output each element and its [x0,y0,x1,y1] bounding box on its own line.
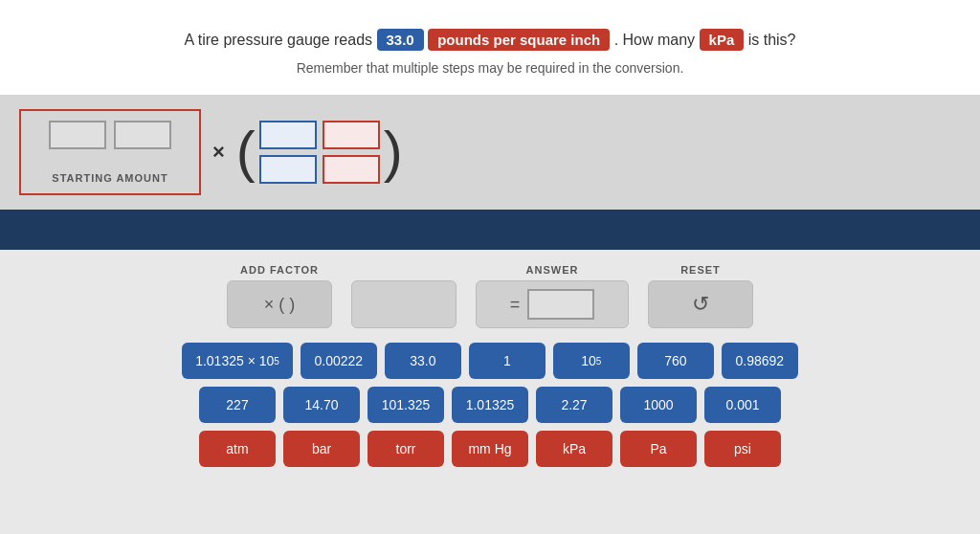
add-factor-label: ADD FACTOR [240,264,319,276]
btn-0-00222[interactable]: 0.00222 [301,343,377,379]
btn-1[interactable]: 1 [469,343,546,379]
btn-1000[interactable]: 1000 [620,387,697,423]
nav-bar [0,210,980,250]
fraction-container: ( ) [236,121,403,184]
starting-inputs [49,121,171,149]
btn-1-01325[interactable]: 1.01325 [452,387,528,423]
denominator-row [259,155,380,184]
equals-sign: = [510,295,521,315]
bottom-section: ADD FACTOR × ( ) ANSWER = RESET ↺ 1.0132… [0,250,980,481]
btn-atm[interactable]: atm [199,431,276,467]
unit-to-badge: kPa [700,29,745,51]
btn-760[interactable]: 760 [637,343,714,379]
btn-1e5[interactable]: 105 [553,343,630,379]
btn-33[interactable]: 33.0 [385,343,461,379]
value-badge: 33.0 [377,29,424,51]
denominator-input-2[interactable] [323,155,380,184]
expression-display [351,280,457,328]
expression-display-group [351,280,457,328]
number-grid: 1.01325 × 105 0.00222 33.0 1 105 760 0.9… [19,343,961,467]
answer-input[interactable] [527,289,594,320]
reset-group: RESET ↺ [648,264,753,328]
starting-amount-label: STARTING AMOUNT [52,172,167,184]
add-factor-group: ADD FACTOR × ( ) [227,264,332,328]
multiply-symbol: × [212,140,225,165]
right-paren: ) [384,123,403,181]
controls-row: ADD FACTOR × ( ) ANSWER = RESET ↺ [19,264,961,328]
btn-mm-hg[interactable]: mm Hg [452,431,528,467]
btn-101-325[interactable]: 101.325 [368,387,444,423]
btn-2-27[interactable]: 2.27 [536,387,612,423]
problem-connector: . How many [614,32,695,48]
btn-0-001[interactable]: 0.001 [704,387,781,423]
numerator-row [259,121,380,149]
btn-pa[interactable]: Pa [620,431,697,467]
problem-prefix: A tire pressure gauge reads [184,32,372,48]
problem-section: A tire pressure gauge reads 33.0 pounds … [0,0,980,95]
btn-psi[interactable]: psi [704,431,781,467]
btn-14-70[interactable]: 14.70 [283,387,360,423]
btn-227[interactable]: 227 [199,387,276,423]
add-factor-button[interactable]: × ( ) [227,280,332,328]
problem-statement: A tire pressure gauge reads 33.0 pounds … [19,29,961,51]
reset-icon: ↺ [692,292,709,317]
starting-amount-container: STARTING AMOUNT [19,109,201,195]
number-row-1: 1.01325 × 105 0.00222 33.0 1 105 760 0.9… [182,343,798,379]
hint-text: Remember that multiple steps may be requ… [19,60,961,76]
unit-row: atm bar torr mm Hg kPa Pa psi [199,431,781,467]
numerator-input-2[interactable] [323,121,380,149]
btn-torr[interactable]: torr [368,431,444,467]
btn-kpa[interactable]: kPa [536,431,612,467]
denominator-input-1[interactable] [259,155,317,184]
starting-value-input[interactable] [49,121,106,149]
reset-button[interactable]: ↺ [648,280,753,328]
workspace: STARTING AMOUNT × ( ) [0,95,980,210]
number-row-2: 227 14.70 101.325 1.01325 2.27 1000 0.00… [199,387,781,423]
answer-group: ANSWER = [476,264,629,328]
btn-0-98692[interactable]: 0.98692 [722,343,798,379]
answer-box: = [476,280,629,328]
fraction-rows [259,121,380,184]
numerator-input-1[interactable] [259,121,317,149]
reset-label: RESET [680,264,721,276]
left-paren: ( [236,123,256,181]
problem-suffix: is this? [748,32,796,48]
answer-label: ANSWER [526,264,579,276]
starting-unit-input[interactable] [114,121,171,149]
btn-bar[interactable]: bar [283,431,360,467]
btn-1-01325e5[interactable]: 1.01325 × 105 [182,343,293,379]
unit-from-badge: pounds per square inch [428,29,610,51]
